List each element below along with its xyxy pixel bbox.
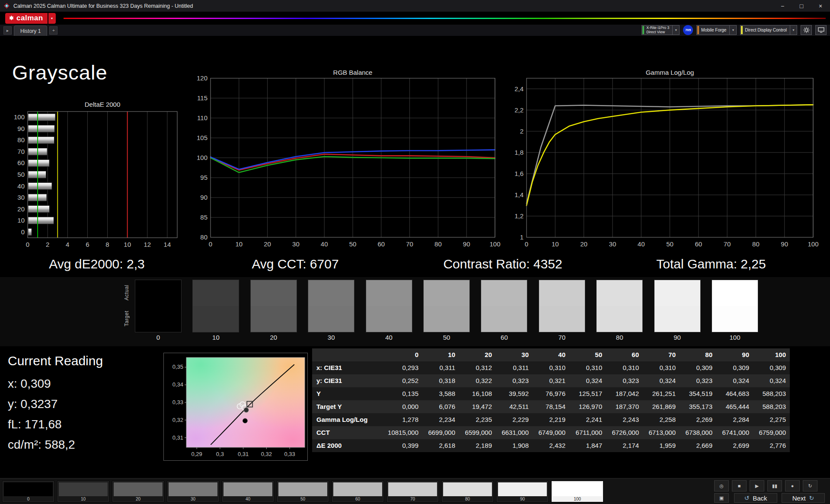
patch-button-10[interactable]: 10 xyxy=(57,481,109,502)
tick-label: 0 xyxy=(21,228,25,236)
logo-dropdown-icon[interactable]: ▾ xyxy=(48,13,56,24)
table-cell: 6738,000 xyxy=(680,426,716,439)
target-button[interactable]: ◎ xyxy=(714,480,729,491)
table-header-cell: 10 xyxy=(422,348,459,361)
table-cell: 0,000 xyxy=(386,400,422,413)
rgb-chart-title: RGB Balance xyxy=(333,69,373,76)
table-cell: 125,517 xyxy=(569,387,606,400)
table-cell: 261,869 xyxy=(643,400,680,413)
swatch-target xyxy=(539,306,585,332)
deltae-bar xyxy=(28,159,49,166)
swatch-0: 0 xyxy=(135,280,182,332)
calman-logo-text: calman xyxy=(16,14,43,22)
deltae-bar xyxy=(28,125,54,132)
spectrum-gradient-bar xyxy=(64,18,826,19)
patch-swatch xyxy=(498,482,547,496)
current-reading-cdm2: cd/m²: 588,2 xyxy=(8,438,75,452)
settings-button[interactable] xyxy=(801,25,812,35)
play-button[interactable]: ▶ xyxy=(750,480,764,491)
tick-label: 2,4 xyxy=(514,85,524,93)
loop-button[interactable]: ↻ xyxy=(803,480,817,491)
add-tab-button[interactable]: + xyxy=(49,26,57,35)
workflow-toolbar: ▸ History 1 + X-Rite i1Pro 3 Direct View… xyxy=(0,25,830,36)
tick-label: 0,32 xyxy=(172,417,183,423)
deltae-2000-chart: DeltaE 200002468101214100908070605040302… xyxy=(9,100,182,251)
tab-scroll-button[interactable]: ▸ xyxy=(3,26,12,35)
tick-label: 40 xyxy=(17,182,25,190)
calman-logo[interactable]: calman ▾ xyxy=(5,13,56,24)
loop-icon: ↻ xyxy=(808,483,812,489)
patch-button-40[interactable]: 40 xyxy=(222,481,274,502)
back-button[interactable]: ↺ Back xyxy=(734,493,777,503)
swatch-70: 70 xyxy=(539,280,585,332)
table-cell: 0,310 xyxy=(606,361,643,374)
meter-profile-badge[interactable]: 705 xyxy=(683,25,693,35)
next-button[interactable]: Next ↻ xyxy=(782,493,825,503)
table-cell: 2,699 xyxy=(716,439,753,452)
table-cell: 6699,000 xyxy=(422,426,459,439)
window-controls: − □ × xyxy=(773,0,830,12)
patch-level-label: 0 xyxy=(3,497,54,501)
tick-label: 8 xyxy=(105,241,109,248)
tick-label: 60 xyxy=(695,240,702,248)
table-cell: 2,275 xyxy=(753,413,790,426)
patch-window-button[interactable]: ▣ xyxy=(714,493,729,503)
tick-label: 0,35 xyxy=(172,364,183,370)
tick-label: 100 xyxy=(489,240,500,248)
swatch-actual xyxy=(424,280,469,306)
table-cell: 2,241 xyxy=(569,413,606,426)
tick-label: 1,4 xyxy=(514,191,524,198)
swatch-level-label: 90 xyxy=(654,334,700,341)
table-cell: 6749,000 xyxy=(533,426,569,439)
patch-button-30[interactable]: 30 xyxy=(167,481,219,502)
stop-button[interactable]: ■ xyxy=(732,480,747,491)
tab-history-1[interactable]: History 1 xyxy=(14,26,47,36)
swatch-target xyxy=(135,306,181,332)
tick-label: 80 xyxy=(17,136,25,144)
tick-label: 1,6 xyxy=(514,170,524,177)
patch-button-20[interactable]: 20 xyxy=(112,481,164,502)
patch-button-90[interactable]: 90 xyxy=(496,481,549,502)
tick-label: 10 xyxy=(552,240,559,248)
table-cell: 2,243 xyxy=(606,413,643,426)
table-cell: 2,284 xyxy=(716,413,753,426)
record-button[interactable]: ● xyxy=(785,480,800,491)
display-window-button[interactable] xyxy=(815,25,827,35)
tick-label: 90 xyxy=(781,240,788,248)
table-cell: 126,970 xyxy=(569,400,606,413)
tick-label: 80 xyxy=(434,240,442,248)
table-cell: 187,042 xyxy=(606,387,643,400)
pause-button[interactable]: ▮▮ xyxy=(767,480,782,491)
meter-accent-bar xyxy=(642,26,644,34)
display-control-selector[interactable]: Direct Display Control ▼ xyxy=(740,25,797,35)
maximize-button[interactable]: □ xyxy=(792,0,811,12)
patch-button-0[interactable]: 0 xyxy=(2,481,54,502)
patch-button-60[interactable]: 60 xyxy=(332,481,384,502)
patch-level-label: 80 xyxy=(442,497,493,501)
patch-button-80[interactable]: 80 xyxy=(441,481,494,502)
minimize-button[interactable]: − xyxy=(773,0,792,12)
meter-selector[interactable]: X-Rite i1Pro 3 Direct View ▼ xyxy=(642,25,680,35)
table-cell: 78,154 xyxy=(533,400,569,413)
swatch-40: 40 xyxy=(366,280,412,332)
patch-button-70[interactable]: 70 xyxy=(386,481,439,502)
patch-button-100[interactable]: 100 xyxy=(551,481,603,502)
meter-mode: Direct View xyxy=(646,30,669,35)
tick-label: 12 xyxy=(144,241,151,248)
close-button[interactable]: × xyxy=(811,0,830,12)
table-cell: 0,323 xyxy=(680,374,716,387)
rgb-balance-chart: RGB Balance01020304050607080901008085909… xyxy=(190,68,501,250)
tick-label: 1 xyxy=(520,233,524,241)
table-cell: 6599,000 xyxy=(459,426,496,439)
deltae-chart-title: DeltaE 2000 xyxy=(85,101,121,108)
swatch-level-label: 80 xyxy=(597,334,642,341)
table-cell: 0,293 xyxy=(386,361,422,374)
table-cell: 6,076 xyxy=(422,400,459,413)
table-cell: 19,472 xyxy=(459,400,496,413)
swatch-target xyxy=(597,306,642,332)
deltae-bar xyxy=(28,182,52,189)
measurement-table-grid: 0102030405060708090100x: CIE310,2930,311… xyxy=(312,348,790,452)
source-selector[interactable]: Mobile Forge ▼ xyxy=(696,25,737,35)
patch-button-50[interactable]: 50 xyxy=(277,481,329,502)
table-cell: 1,908 xyxy=(496,439,533,452)
